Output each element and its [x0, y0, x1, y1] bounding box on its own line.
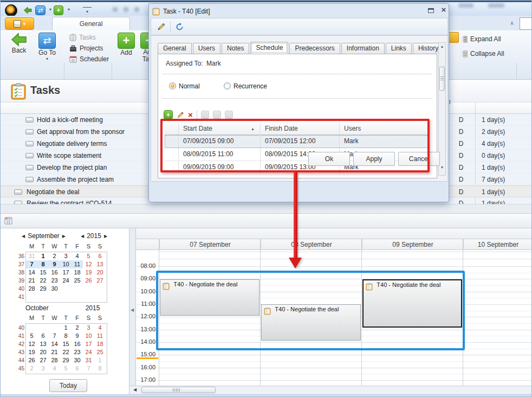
calendar-day[interactable] [49, 293, 60, 301]
calendar-day[interactable]: 1 [60, 324, 72, 332]
calendar-month-label[interactable]: September [28, 232, 60, 240]
calendar-month-label[interactable]: October [19, 304, 49, 312]
calendar-day[interactable]: 2 [26, 364, 37, 373]
calendar-day[interactable]: 24 [60, 277, 72, 285]
edit-pencil-icon[interactable] [157, 22, 166, 31]
calendar-day[interactable]: 16 [49, 268, 60, 277]
calendar-day[interactable] [60, 285, 72, 293]
restore-window-icon[interactable] [428, 8, 434, 13]
calendar-day[interactable] [49, 324, 60, 332]
calendar-day[interactable]: 19 [83, 268, 94, 277]
navigator-splitter[interactable] [129, 228, 136, 386]
day-header[interactable]: 09 September [362, 239, 463, 249]
calendar-day[interactable]: 25 [94, 348, 106, 356]
prev-year-icon[interactable]: ◀ [78, 234, 87, 239]
next-year-icon[interactable]: ▶ [101, 234, 110, 239]
panel-splitter[interactable] [1, 204, 532, 213]
qat-goto-icon[interactable]: ⇄ [35, 5, 46, 15]
calendar-day[interactable]: 4 [49, 364, 60, 373]
day-header[interactable]: 07 September [159, 239, 261, 249]
radio-normal[interactable] [169, 82, 176, 89]
calendar-day[interactable]: 17 [83, 340, 94, 348]
dialog-titlebar[interactable]: Task - T40 [Edit] [152, 5, 210, 17]
toggle-scheduler[interactable]: Scheduler [69, 55, 109, 63]
calendar-day[interactable]: 1 [94, 356, 106, 364]
calendar-day[interactable]: 25 [72, 277, 83, 285]
calendar-day[interactable]: 3 [60, 252, 72, 260]
calendar-day[interactable]: 21 [26, 277, 37, 285]
qat-add-dropdown-icon[interactable]: ▾ [64, 5, 73, 14]
dialog-tab[interactable]: General [158, 43, 192, 54]
calendar-day[interactable] [37, 293, 49, 301]
calendar-day[interactable]: 5 [83, 252, 94, 260]
calendar-day[interactable]: 31 [26, 252, 37, 260]
calendar-day[interactable]: 1 [37, 252, 49, 260]
calendar-day[interactable]: 4 [94, 324, 106, 332]
edit-schedule-icon[interactable] [177, 111, 184, 119]
collapse-all-button[interactable]: Collapse All [461, 49, 504, 58]
calendar-day[interactable]: 10 [83, 332, 94, 340]
calendar-day[interactable]: 20 [94, 268, 106, 277]
calendar-day[interactable]: 14 [26, 268, 37, 277]
calendar-day[interactable]: 17 [60, 268, 72, 277]
add-button[interactable]: + Add [115, 33, 137, 56]
calendar-day[interactable]: 4 [72, 252, 83, 260]
dialog-tab[interactable]: Schedule [250, 42, 288, 54]
calendar-day[interactable]: 24 [83, 348, 94, 356]
ribbon-collapse-icon[interactable]: ∧ [508, 20, 516, 28]
calendar-day[interactable]: 30 [72, 356, 83, 364]
calendar-day[interactable]: 7 [49, 332, 60, 340]
qat-customize-icon[interactable]: ▾ [83, 7, 92, 13]
calendar-year-label[interactable]: 2015 [86, 304, 100, 312]
calendar-day[interactable]: 6 [94, 252, 106, 260]
calendar-day[interactable]: 18 [72, 268, 83, 277]
toggle-tasks[interactable]: Tasks [69, 33, 96, 42]
collapse-navigator-icon[interactable]: ◀ [131, 308, 134, 312]
scroll-left-icon[interactable]: ◀ [131, 387, 139, 393]
calendar-year-label[interactable]: 2015 [87, 232, 101, 240]
calendar-day[interactable] [37, 324, 49, 332]
calendar-day[interactable] [26, 293, 37, 301]
calendar-day[interactable]: 3 [37, 364, 49, 373]
dialog-tab[interactable]: Users [193, 43, 220, 54]
calendar-day[interactable]: 21 [49, 348, 60, 356]
calendar-day[interactable]: 15 [60, 340, 72, 348]
calendar-day[interactable]: 9 [49, 260, 60, 268]
calendar-day[interactable]: 28 [49, 356, 60, 364]
radio-recurrence-label[interactable]: Recurrence [233, 82, 267, 90]
calendar-day[interactable] [72, 285, 83, 293]
dialog-tab[interactable]: Predecessors [289, 43, 340, 54]
calendar-day[interactable] [94, 285, 106, 293]
calendar-day[interactable]: 11 [94, 332, 106, 340]
back-button[interactable]: Back [6, 33, 32, 54]
calendar-day[interactable] [26, 324, 37, 332]
toggle-projects[interactable]: Projects [69, 44, 103, 53]
calendar-day[interactable]: 9 [72, 332, 83, 340]
calendar-day[interactable]: 27 [37, 356, 49, 364]
calendar-day[interactable]: 19 [26, 348, 37, 356]
calendar-day[interactable]: 7 [83, 364, 94, 373]
calendar-day[interactable]: 5 [26, 332, 37, 340]
expand-all-button[interactable]: Expand All [461, 35, 501, 43]
calendar-day[interactable] [83, 285, 94, 293]
calendar-day[interactable]: 11 [72, 260, 83, 268]
dialog-tab[interactable]: Links [386, 43, 412, 54]
delete-schedule-icon[interactable]: × [188, 111, 193, 119]
calendar-day[interactable]: 8 [94, 364, 106, 373]
calendar-day[interactable]: 8 [60, 332, 72, 340]
calendar-day[interactable]: 2 [72, 324, 83, 332]
next-month-icon[interactable]: ▶ [60, 234, 68, 239]
add-schedule-icon[interactable]: + [164, 110, 173, 119]
calendar-day[interactable]: 15 [37, 268, 49, 277]
calendar-day[interactable]: 29 [60, 356, 72, 364]
day-header[interactable]: 10 September [463, 239, 532, 249]
calendar-day[interactable]: 22 [37, 277, 49, 285]
calendar-day[interactable]: 13 [94, 260, 106, 268]
calendar-day[interactable]: 13 [37, 340, 49, 348]
calendar-day[interactable]: 18 [94, 340, 106, 348]
radio-recurrence[interactable] [224, 82, 231, 89]
dialog-tab[interactable]: Information [341, 43, 385, 54]
calendar-day[interactable]: 20 [37, 348, 49, 356]
calendar-day[interactable]: 30 [49, 285, 60, 293]
calendar-day[interactable]: 22 [60, 348, 72, 356]
